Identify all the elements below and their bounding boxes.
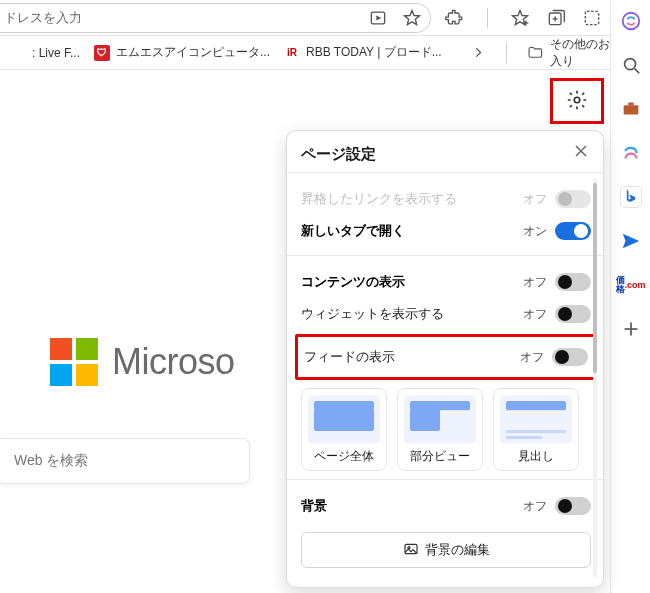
toggle-background[interactable] [555, 497, 591, 515]
folder-icon [527, 43, 544, 63]
svg-point-13 [622, 13, 639, 30]
toggle-show-widgets[interactable] [555, 305, 591, 323]
svg-line-15 [634, 69, 639, 74]
svg-point-20 [574, 97, 580, 103]
web-search-input[interactable]: Web を検索 [0, 438, 250, 484]
tile-label: 部分ビュー [410, 450, 470, 462]
collections-icon[interactable] [546, 8, 566, 28]
favorites-icon[interactable] [510, 8, 530, 28]
copilot-icon[interactable] [620, 10, 642, 32]
bookmark-item[interactable]: : Live F... [10, 45, 80, 61]
add-sidebar-icon[interactable] [620, 318, 642, 340]
svg-point-14 [624, 59, 635, 70]
row-promoted-links: 昇格したリンクを表示する オフ [301, 183, 591, 215]
row-state: オフ [519, 274, 547, 291]
row-label: ウィジェットを表示する [301, 305, 519, 323]
bookmarks-bar: : Live F... 🛡 エムエスアイコンピュータ... iR RBB TOD… [0, 36, 650, 70]
tile-full-page[interactable]: ページ全体 [301, 388, 387, 471]
tile-label: ページ全体 [314, 450, 374, 462]
row-state: オン [519, 223, 547, 240]
row-state: オフ [519, 306, 547, 323]
send-icon[interactable] [620, 230, 642, 252]
favicon-icon [10, 45, 26, 61]
layout-tiles: ページ全体 部分ビュー 見出し [301, 388, 591, 471]
svg-marker-2 [405, 10, 420, 24]
tile-partial-view[interactable]: 部分ビュー [397, 388, 483, 471]
show-feed-highlight: フィードの表示 オフ [295, 334, 597, 380]
row-content-display: コンテンツの表示 オフ [301, 266, 591, 298]
bookmark-item[interactable]: iR RBB TODAY | ブロード... [284, 44, 442, 61]
address-placeholder: ドレスを入力 [4, 9, 368, 27]
image-icon [403, 541, 419, 560]
bookmarks-overflow-icon[interactable] [470, 43, 487, 63]
bookmark-label: RBB TODAY | ブロード... [306, 44, 442, 61]
svg-rect-9 [585, 11, 598, 24]
page-settings-panel: ページ設定 昇格したリンクを表示する オフ 新しいタブで開く オン コンテンツの… [286, 130, 604, 588]
svg-rect-17 [628, 103, 634, 106]
background-edit-label: 背景の編集 [425, 541, 490, 559]
favicon-r-icon: iR [284, 45, 300, 61]
row-state: オフ [519, 191, 547, 208]
row-label: 背景 [301, 497, 519, 515]
briefcase-icon[interactable] [620, 98, 642, 120]
panel-scrollbar[interactable] [593, 179, 597, 577]
swirl-icon[interactable] [620, 142, 642, 164]
brand-text: Microso [112, 341, 235, 383]
tile-label: 見出し [518, 450, 554, 462]
extensions-icon[interactable] [445, 8, 465, 28]
search-placeholder: Web を検索 [14, 452, 88, 470]
screenshot-icon[interactable] [582, 8, 602, 28]
toggle-show-feed[interactable] [552, 348, 588, 366]
svg-rect-16 [623, 105, 638, 114]
toggle-content-display[interactable] [555, 273, 591, 291]
microsoft-logo-icon [50, 338, 98, 386]
row-background: 背景 オフ [301, 490, 591, 522]
row-label: コンテンツの表示 [301, 273, 519, 291]
row-open-new-tab: 新しいタブで開く オン [301, 215, 591, 247]
toggle-promoted-links [555, 190, 591, 208]
row-show-widgets: ウィジェットを表示する オフ [301, 298, 591, 330]
row-state: オフ [516, 349, 544, 366]
edge-sidebar: 価格.com [610, 0, 650, 593]
row-label: 新しいタブで開く [301, 222, 519, 240]
bookmark-item[interactable]: 🛡 エムエスアイコンピュータ... [94, 44, 270, 61]
search-side-icon[interactable] [620, 54, 642, 76]
address-bar[interactable]: ドレスを入力 [0, 3, 431, 33]
favicon-shield-icon: 🛡 [94, 45, 110, 61]
background-edit-button[interactable]: 背景の編集 [301, 532, 591, 568]
row-state: オフ [519, 498, 547, 515]
tile-headline[interactable]: 見出し [493, 388, 579, 471]
kakaku-icon[interactable]: 価格.com [620, 274, 642, 296]
page-settings-gear-highlight [550, 78, 604, 124]
row-label: フィードの表示 [304, 348, 516, 366]
bookmark-label: エムエスアイコンピュータ... [116, 44, 270, 61]
panel-title: ページ設定 [301, 145, 591, 164]
close-icon[interactable] [571, 141, 591, 161]
row-show-feed: フィードの表示 オフ [304, 341, 588, 373]
reader-icon[interactable] [368, 8, 388, 28]
browser-toolbar: ドレスを入力 [0, 0, 650, 36]
toggle-open-new-tab[interactable] [555, 222, 591, 240]
gear-icon[interactable] [566, 89, 588, 114]
logo-row: Microso [50, 338, 235, 386]
favorite-star-icon[interactable] [402, 8, 422, 28]
row-label: 昇格したリンクを表示する [301, 190, 519, 208]
bing-icon[interactable] [620, 186, 642, 208]
bookmark-label: : Live F... [32, 46, 80, 60]
svg-marker-1 [376, 15, 381, 20]
